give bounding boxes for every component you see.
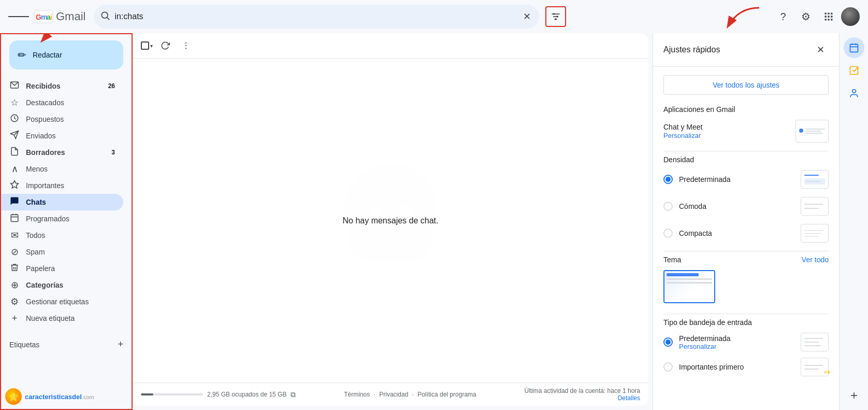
avatar[interactable] (841, 7, 860, 26)
categories-icon: ⊕ (9, 279, 20, 291)
sidebar-item-todos[interactable]: ✉ Todos (1, 227, 123, 244)
sidebar-item-enviados[interactable]: Enviados (1, 128, 123, 144)
search-bar: ✕ (94, 5, 539, 29)
empty-message: No hay mensajes de chat. (343, 216, 439, 225)
inbox-importantes-label: Importantes primero (679, 363, 794, 371)
add-icon (849, 390, 859, 401)
density-predeterminada-radio[interactable] (663, 175, 673, 184)
svg-rect-15 (831, 13, 832, 15)
inbox-predeterminada-customize[interactable]: Personalizar (679, 343, 794, 350)
svg-rect-13 (825, 13, 827, 15)
sidebar: ✏ Redactar Recibidos 26 ☆ Destacados (0, 33, 133, 410)
topbar: G m a i Gmail ✕ (0, 0, 868, 33)
sidebar-item-chats[interactable]: Chats (1, 194, 123, 210)
inbox-importantes-radio[interactable] (663, 362, 673, 372)
density-predeterminada-label: Predeterminada (679, 175, 794, 183)
etiquetas-section-header: Etiquetas + (1, 335, 132, 352)
right-sidebar-contacts-button[interactable] (844, 83, 864, 104)
quick-settings-title: Ajustes rápidos (663, 45, 812, 54)
sidebar-item-programados[interactable]: Programados (1, 210, 123, 227)
svg-rect-20 (828, 19, 829, 20)
theme-thumbnail[interactable] (663, 270, 715, 303)
add-etiqueta-button[interactable]: + (118, 339, 123, 350)
sidebar-item-importantes[interactable]: Importantes (1, 177, 123, 194)
compose-button[interactable]: ✏ Redactar (9, 40, 123, 69)
refresh-button[interactable] (157, 37, 173, 54)
right-sidebar-add-button[interactable] (844, 385, 864, 406)
sidebar-item-borradores[interactable]: Borradores 3 (1, 144, 123, 161)
drafts-icon (9, 147, 20, 159)
density-comoda-thumb (801, 197, 829, 216)
svg-point-35 (400, 204, 412, 217)
sidebar-item-categorias[interactable]: ⊕ Categorías (1, 277, 123, 293)
policy-link[interactable]: Política del programa (417, 391, 476, 398)
inbox-predeterminada-thumb (801, 333, 829, 351)
programados-label: Programados (26, 215, 115, 223)
quick-settings-header: Ajustes rápidos ✕ (653, 33, 839, 67)
gmail-logo: G m a i Gmail (33, 9, 85, 24)
details-link[interactable]: Detalles (618, 394, 640, 402)
svg-rect-21 (831, 19, 832, 20)
inbox-type-label: Tipo de bandeja de entrada (663, 318, 829, 327)
sidebar-item-recibidos[interactable]: Recibidos 26 (1, 78, 123, 94)
right-sidebar-calendar-button[interactable] (844, 37, 864, 58)
manage-labels-icon: ⚙ (9, 296, 20, 307)
hamburger-button[interactable] (8, 6, 29, 27)
gmail-m-icon: G m a i (33, 9, 54, 24)
svg-rect-18 (831, 16, 832, 17)
sidebar-item-destacados[interactable]: ☆ Destacados (1, 94, 123, 111)
theme-line-1 (667, 278, 712, 280)
density-section-label: Densidad (663, 155, 829, 164)
apps-grid-icon (823, 11, 834, 22)
sidebar-item-papelera[interactable]: Papelera (1, 260, 123, 277)
chat-meet-label: Chat y Meet (663, 123, 702, 131)
terms-link[interactable]: Términos (344, 391, 370, 398)
svg-rect-36 (850, 44, 858, 52)
inbox-predeterminada-radio[interactable] (663, 337, 673, 347)
help-button[interactable]: ? (773, 6, 793, 27)
search-filter-button[interactable] (545, 6, 566, 27)
sidebar-item-spam[interactable]: ⊘ Spam (1, 244, 123, 260)
right-sidebar-tasks-button[interactable] (844, 60, 864, 81)
select-all-checkbox[interactable]: ▾ (141, 41, 153, 50)
chat-meet-customize-link[interactable]: Personalizar (663, 132, 701, 139)
apps-button[interactable] (818, 6, 839, 27)
sidebar-item-nueva-etiqueta[interactable]: + Nueva etiqueta (1, 310, 123, 327)
main-layout: ✏ Redactar Recibidos 26 ☆ Destacados (0, 33, 868, 410)
sidebar-item-pospuestos[interactable]: Pospuestos (1, 111, 123, 128)
theme-color-bar (667, 273, 699, 276)
calendar-icon (849, 43, 859, 53)
sidebar-item-menos[interactable]: ∧ Menos (1, 161, 123, 177)
spam-icon: ⊘ (9, 246, 20, 258)
privacy-link[interactable]: Privacidad (379, 391, 408, 398)
trash-icon (9, 263, 20, 275)
filter-icon (551, 11, 561, 22)
svg-point-34 (369, 204, 381, 217)
recibidos-label: Recibidos (26, 82, 102, 90)
all-mail-icon: ✉ (9, 230, 20, 241)
density-comoda-radio[interactable] (663, 202, 673, 211)
search-input[interactable] (114, 12, 517, 21)
svg-rect-17 (828, 16, 829, 17)
see-all-settings-button[interactable]: Ver todos los ajustes (663, 75, 829, 95)
separator-1: · (374, 391, 378, 398)
add-label-icon: + (9, 313, 20, 324)
last-activity: Última actividad de la cuenta: hace 1 ho… (525, 387, 640, 402)
svg-point-41 (852, 90, 856, 93)
storage-external-link-icon[interactable]: ⧉ (291, 390, 296, 399)
theme-see-all-link[interactable]: Ver todo (802, 256, 829, 264)
svg-rect-26 (11, 215, 18, 222)
density-compacta-radio[interactable] (663, 229, 673, 238)
more-options-button[interactable] (178, 37, 194, 54)
footer-links: Términos · Privacidad · Política del pro… (304, 391, 516, 398)
search-clear-button[interactable]: ✕ (521, 9, 533, 24)
content-toolbar: ▾ (133, 33, 648, 59)
quick-settings-close-button[interactable]: ✕ (812, 41, 829, 58)
svg-point-10 (553, 13, 555, 15)
importantes-label: Importantes (26, 181, 115, 190)
inbox-importantes-thumb: ⇒ (801, 358, 829, 376)
theme-section: Tema Ver todo (663, 256, 829, 303)
sidebar-item-gestionar-etiquetas[interactable]: ⚙ Gestionar etiquetas (1, 293, 123, 310)
recibidos-badge: 26 (108, 82, 115, 90)
settings-button[interactable]: ⚙ (795, 6, 816, 27)
